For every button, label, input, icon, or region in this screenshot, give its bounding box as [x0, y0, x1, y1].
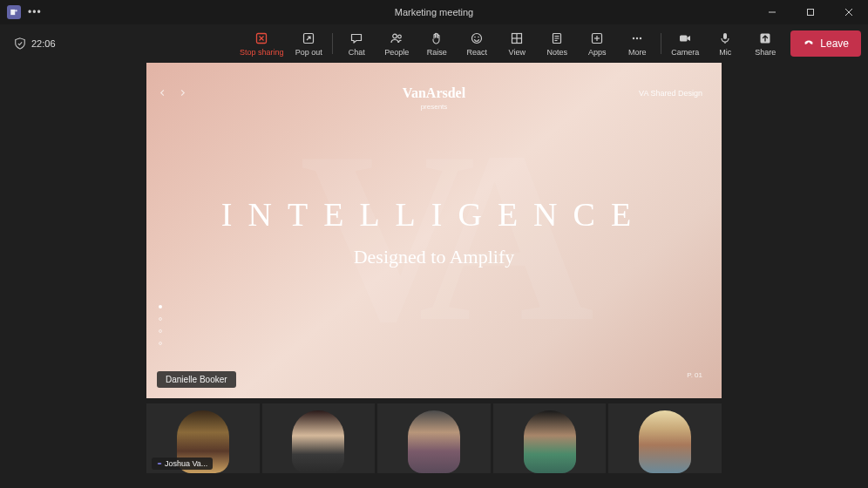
- raise-label: Raise: [427, 48, 447, 57]
- slide-next-icon[interactable]: [179, 89, 186, 97]
- svg-point-10: [393, 34, 397, 38]
- leave-button[interactable]: Leave: [790, 30, 861, 57]
- apps-label: Apps: [588, 48, 607, 57]
- window-controls: [753, 0, 868, 24]
- svg-point-13: [474, 37, 476, 38]
- view-icon: [510, 31, 524, 45]
- notes-button[interactable]: Notes: [537, 24, 577, 63]
- close-button[interactable]: [830, 0, 868, 24]
- slide-dot[interactable]: [159, 317, 162, 321]
- toolbar-divider: [661, 33, 661, 54]
- share-button[interactable]: Share: [745, 24, 785, 63]
- react-label: React: [467, 48, 488, 57]
- participant-avatar: [639, 410, 691, 473]
- react-icon: [470, 31, 484, 45]
- view-button[interactable]: View: [497, 24, 537, 63]
- leave-label: Leave: [820, 37, 849, 50]
- slide-brand: VanArsdel: [403, 85, 465, 101]
- svg-point-1: [15, 10, 17, 12]
- svg-rect-0: [10, 10, 15, 15]
- slide-subtitle: Designed to Amplify: [146, 246, 722, 268]
- stop-sharing-icon: [254, 31, 268, 45]
- slide-prev-icon[interactable]: [159, 89, 166, 97]
- raise-button[interactable]: Raise: [417, 24, 457, 63]
- view-label: View: [509, 48, 526, 57]
- slide-dot[interactable]: [159, 329, 162, 333]
- maximize-button[interactable]: [791, 0, 830, 24]
- participant-avatar: [408, 410, 460, 473]
- toolbar-divider: [332, 33, 333, 54]
- share-icon: [758, 31, 772, 45]
- svg-point-27: [640, 37, 641, 39]
- more-icon: [630, 31, 644, 45]
- shared-presentation-slide[interactable]: VA VanArsdel presents VA Shared Design I…: [146, 63, 722, 398]
- slide-indicator-dots: [159, 305, 162, 345]
- chat-button[interactable]: Chat: [336, 24, 376, 63]
- participant-tile[interactable]: [262, 403, 376, 473]
- svg-point-26: [636, 37, 638, 39]
- chat-icon: [349, 31, 363, 45]
- apps-button[interactable]: Apps: [577, 24, 617, 63]
- raise-hand-icon: [430, 31, 444, 45]
- minimize-button[interactable]: [753, 0, 791, 24]
- camera-icon: [678, 31, 692, 45]
- svg-point-14: [478, 37, 479, 38]
- svg-point-11: [398, 35, 402, 38]
- mic-label: Mic: [719, 48, 731, 57]
- pop-out-label: Pop out: [295, 48, 322, 57]
- slide-dot[interactable]: [159, 342, 162, 345]
- pop-out-button[interactable]: Pop out: [288, 24, 329, 63]
- apps-icon: [590, 31, 604, 45]
- more-label: More: [628, 48, 647, 57]
- slide-title: INTELLIGENCE: [146, 195, 722, 234]
- participant-tile[interactable]: [608, 403, 722, 473]
- svg-rect-29: [723, 33, 727, 39]
- svg-rect-28: [680, 36, 688, 42]
- meeting-timer: 22:06: [31, 38, 56, 49]
- stop-sharing-button[interactable]: Stop sharing: [234, 24, 288, 63]
- svg-point-33: [160, 463, 162, 464]
- participant-tile[interactable]: [377, 403, 491, 473]
- slide-page-number: P. 01: [687, 371, 702, 379]
- teams-app-icon: [7, 5, 21, 19]
- titlebar-more-icon[interactable]: •••: [28, 6, 42, 18]
- participant-video-strip: Joshua Va...: [146, 403, 722, 473]
- speaking-indicator-icon: [157, 461, 162, 466]
- svg-point-31: [158, 463, 159, 464]
- mic-icon: [718, 31, 732, 45]
- slide-dot[interactable]: [159, 305, 162, 308]
- react-button[interactable]: React: [457, 24, 497, 63]
- share-label: Share: [755, 48, 776, 57]
- svg-rect-3: [808, 10, 814, 16]
- mic-button[interactable]: Mic: [705, 24, 745, 63]
- stop-sharing-label: Stop sharing: [240, 48, 284, 57]
- title-bar: ••• Marketing meeting: [0, 0, 868, 24]
- meeting-stage: VA VanArsdel presents VA Shared Design I…: [146, 63, 722, 488]
- participant-avatar: [292, 410, 344, 473]
- participant-tile[interactable]: [493, 403, 607, 473]
- notes-icon: [550, 31, 564, 45]
- window-title: Marketing meeting: [395, 7, 474, 17]
- people-label: People: [384, 48, 409, 57]
- people-button[interactable]: People: [376, 24, 417, 63]
- meeting-toolbar: 22:06 Stop sharing Pop out Chat People R…: [0, 24, 868, 63]
- slide-corner-text: VA Shared Design: [639, 89, 702, 98]
- leave-icon: [803, 37, 815, 50]
- shield-icon: [14, 37, 26, 50]
- camera-button[interactable]: Camera: [665, 24, 705, 63]
- presenter-name-label: Danielle Booker: [157, 371, 236, 388]
- slide-brand-sub: presents: [403, 103, 465, 111]
- camera-label: Camera: [671, 48, 699, 57]
- slide-watermark: VA: [300, 95, 568, 376]
- chat-label: Chat: [349, 48, 365, 57]
- pop-out-icon: [302, 31, 315, 45]
- svg-point-32: [159, 463, 160, 464]
- more-button[interactable]: More: [617, 24, 657, 63]
- people-icon: [390, 31, 403, 45]
- participant-avatar: [524, 410, 576, 473]
- svg-point-25: [633, 37, 634, 39]
- participant-name-label: Joshua Va...: [152, 458, 213, 470]
- notes-label: Notes: [547, 48, 568, 57]
- participant-tile[interactable]: Joshua Va...: [146, 403, 260, 473]
